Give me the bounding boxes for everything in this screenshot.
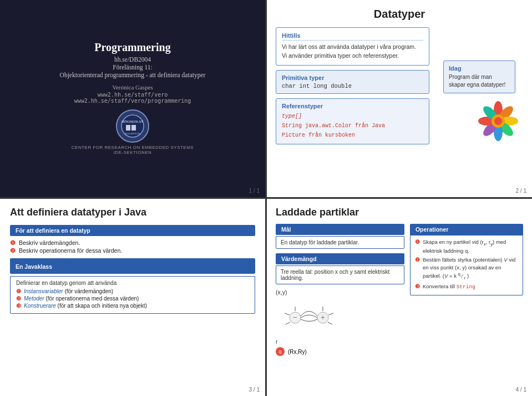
logo-center-text: Center for Research on Embedded Systems — [72, 145, 194, 150]
particle-diagram: (x,y) − + — [276, 289, 404, 345]
ref-line3: Picture från kursboken — [282, 131, 423, 140]
slide4-layout: Mål En datatyp för laddade partiklar. Vä… — [276, 224, 523, 356]
op-item1-main: Skapa en ny partikel vid — [423, 239, 480, 245]
slide1-link1: www2.hh.se/staff/vero — [98, 92, 168, 98]
op-item2: Bestäm fältets styrka (potentialen) V vi… — [415, 256, 518, 281]
rxry-row: q (Rx,Ry) — [276, 347, 404, 356]
slide2-right: Idag Program där man skapar egna datatyp… — [435, 27, 523, 149]
slide-2: Datatyper Hittills Vi har lärt oss att a… — [267, 0, 532, 197]
slide2-number: 2 / 1 — [516, 188, 526, 194]
logo-svg: HÖGSKOLAN HALMSTAD — [120, 114, 145, 138]
slide4-left: Mål En datatyp för laddade partiklar. Vä… — [276, 224, 404, 356]
maal-content: En datatyp för laddade partiklar. — [276, 236, 404, 249]
ref-line2: String java.awt.Color från Java — [282, 121, 423, 131]
slide2-left: Hittills Vi har lärt oss att använda dat… — [276, 27, 429, 149]
javaklass-bar: En Javaklass — [10, 258, 255, 274]
hittills-text2: Vi använder primitiva typer och referens… — [282, 52, 423, 61]
op-item2-sub: r — [464, 275, 466, 280]
svg-line-25 — [286, 322, 290, 324]
javaklass-intro: Definierar en datatyp genom att använda — [16, 280, 249, 286]
slide1-title: Programmering — [94, 41, 170, 54]
java-item2: Metoder (för operationerna med dessa vär… — [16, 295, 249, 302]
logo-circle: HÖGSKOLAN HALMSTAD — [116, 109, 149, 143]
slide1-subtitle2: Föreläsning 11: — [113, 64, 152, 71]
slide-1: Programmering hh.se/DB2004 Föreläsning 1… — [0, 0, 265, 197]
java-item3-label: Konstruerare — [24, 303, 56, 309]
q-dot: q — [276, 347, 285, 356]
idag-text: Program där man skapar egna datatyper! — [449, 73, 510, 89]
op-bar: Operationer — [410, 224, 523, 235]
svg-text:HÖGSKOLAN: HÖGSKOLAN — [121, 120, 144, 123]
java-item2-label: Metoder — [24, 295, 44, 302]
slide-4: Laddade partiklar Mål En datatyp för lad… — [267, 199, 532, 396]
vard-content: Tre reella tal: position x och y samt el… — [276, 265, 404, 284]
ref-title: Referenstyper — [282, 103, 423, 109]
java-item1-text: (för värdemängden) — [64, 288, 113, 294]
op-item1: Skapa en ny partikel vid (rx, ry) med el… — [415, 238, 518, 254]
rxry-label: (Rx,Ry) — [288, 349, 307, 355]
java-item1: Instansvariabler (för värdemängden) — [16, 288, 249, 294]
ref-line1: type[] — [282, 112, 423, 121]
javaklass-list: Instansvariabler (för värdemängden) Meto… — [16, 288, 249, 309]
slide1-author: Verónica Gaspes — [112, 84, 153, 91]
vard-bar: Värdemängd — [276, 253, 404, 264]
logo-ide-text: IDE-sektionen — [114, 150, 152, 155]
java-item3: Konstruerare (för att skapa och initiera… — [16, 303, 249, 309]
def-bar: För att definiera en datatyp — [10, 225, 255, 236]
slide1-number: 1 / 1 — [249, 188, 260, 194]
svg-text:HALMSTAD: HALMSTAD — [125, 132, 140, 135]
javaklass-content: Definierar en datatyp genom att använda … — [10, 276, 255, 314]
idag-title: Idag — [449, 65, 510, 72]
svg-text:+: + — [321, 313, 325, 322]
javaklass-section: En Javaklass Definierar en datatyp genom… — [10, 258, 255, 314]
op-item2-main: Bestäm fältets styrka (potentialen) V vi… — [423, 257, 515, 279]
slide-3: Att definiera datatyper i Java För att d… — [0, 199, 265, 396]
svg-rect-4 — [128, 125, 130, 131]
slides-grid: Programmering hh.se/DB2004 Föreläsning 1… — [0, 0, 532, 396]
primitiva-title: Primitiva typer — [282, 74, 423, 81]
ref-box: Referenstyper type[] String java.awt.Col… — [276, 98, 429, 144]
logo-area: HÖGSKOLAN HALMSTAD Center for Research o… — [72, 109, 194, 155]
svg-point-18 — [494, 117, 502, 125]
maal-bar: Mål — [276, 224, 404, 235]
particle-svg: − + — [276, 295, 342, 340]
op-item2-sup: q — [458, 272, 460, 277]
javaklass-title: En Javaklass — [16, 263, 52, 270]
slide2-title: Datatyper — [276, 8, 523, 21]
def-item2: Beskriv operationerna för dessa värden. — [10, 247, 255, 254]
java-item3-text: (för att skapa och initiera nya objekt) — [58, 303, 147, 309]
slide4-number: 4 / 1 — [516, 387, 526, 393]
op-item2-div: ⁄ — [462, 273, 463, 279]
def-list: Beskriv värdemängden. Beskriv operatione… — [10, 239, 255, 254]
slide3-title: Att definiera datatyper i Java — [10, 207, 255, 218]
java-item1-label: Instansvariabler — [24, 288, 63, 294]
slide4-right: Operationer Skapa en ny partikel vid (rx… — [410, 224, 523, 356]
flower-decoration — [473, 96, 523, 146]
primitiva-code: char int long double — [282, 83, 423, 89]
slide1-subtitle3: Objektorienterad programmering - att def… — [60, 72, 206, 78]
java-item2-text: (för operationerna med dessa värden) — [45, 295, 139, 302]
op-item3-code: String — [457, 284, 475, 290]
svg-text:−: − — [293, 313, 297, 322]
primitiva-box: Primitiva typer char int long double — [276, 70, 429, 94]
idag-box: Idag Program där man skapar egna datatyp… — [443, 61, 515, 93]
slide1-link2: www2.hh.se/staff/vero/programmering — [74, 98, 191, 104]
svg-line-27 — [328, 313, 333, 315]
hittills-title: Hittills — [282, 32, 423, 41]
hittills-box: Hittills Vi har lärt oss att använda dat… — [276, 27, 429, 66]
op-item2-close: ) — [467, 273, 469, 279]
op-content: Skapa en ny partikel vid (rx, ry) med el… — [410, 235, 523, 295]
slide3-number: 3 / 1 — [249, 387, 260, 393]
svg-line-24 — [285, 313, 290, 315]
slide4-title: Laddade partiklar — [276, 207, 523, 218]
svg-line-28 — [328, 322, 332, 324]
xy-label: (x,y) — [276, 289, 404, 295]
hittills-text1: Vi har lärt oss att använda datatyper i … — [282, 43, 423, 52]
op-list: Skapa en ny partikel vid (rx, ry) med el… — [415, 238, 518, 290]
svg-rect-7 — [134, 125, 136, 131]
def-item1: Beskriv värdemängden. — [10, 239, 255, 246]
slide1-subtitle1: hh.se/DB2004 — [114, 56, 151, 63]
op-item3: Konvertera till String — [415, 283, 518, 290]
slide2-layout: Hittills Vi har lärt oss att använda dat… — [276, 27, 523, 149]
